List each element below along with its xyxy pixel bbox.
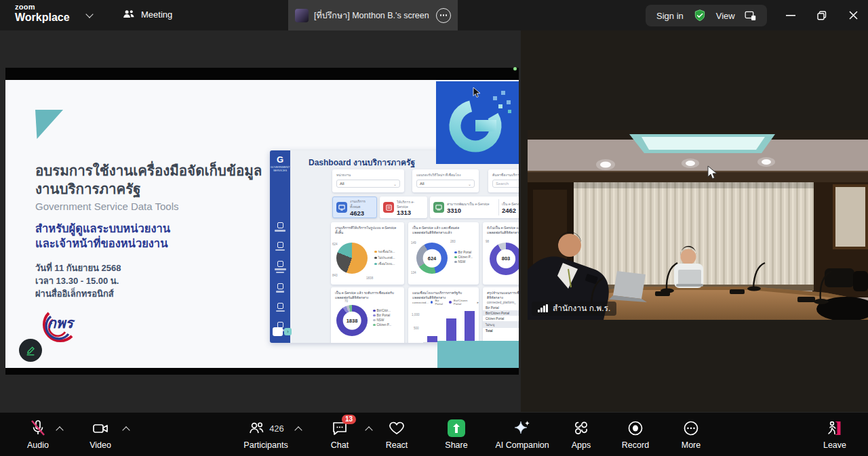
sidebar-user-icon bbox=[273, 327, 283, 336]
window-close-button[interactable] bbox=[841, 0, 865, 30]
chat-unread-badge: 13 bbox=[342, 415, 356, 424]
donut-chart: 803 bbox=[490, 243, 519, 275]
donut-legend: Biz/Citiz... Biz Portal NSW Citizen P... bbox=[373, 308, 391, 327]
restore-icon bbox=[817, 11, 827, 20]
title-bar: zoom Workplace Meeting [ที่ปรึกษา] Month… bbox=[0, 0, 868, 30]
pie-legend: รอเชื่อมโย... ไม่ประสงค์... เชื่อมโยงแ..… bbox=[374, 248, 395, 266]
video-button[interactable]: Video bbox=[73, 419, 127, 450]
presentation-slide: อบรมการใช้งานเครื่องมือจัดเก็บข้อมูล งาน… bbox=[5, 80, 519, 368]
view-button[interactable]: View bbox=[716, 11, 735, 21]
security-shield-icon[interactable] bbox=[693, 9, 707, 22]
record-button[interactable]: Record bbox=[608, 419, 663, 450]
stat-wide-card: สามารถพัฒนาเป็น e-Service3310 เป็น e-Ser… bbox=[430, 196, 519, 218]
dashboard-sidebar-logo: G bbox=[270, 154, 290, 165]
video-tile-meeting-room[interactable]: สำนักงาน ก.พ.ร. bbox=[528, 130, 868, 320]
dashboard-screenshot: G GOVERNMENT SERVICES › Dashboard งานบริ… bbox=[270, 150, 519, 343]
tab-meeting[interactable]: Meeting bbox=[122, 7, 172, 21]
record-icon bbox=[627, 419, 644, 437]
opdc-logo: กพร bbox=[31, 306, 81, 347]
annotation-pencil-badge[interactable] bbox=[19, 339, 42, 362]
chart-card-pie: งานบริการที่ให้บริการในรูปแบบ e-Service … bbox=[331, 222, 404, 285]
screen-share-avatar bbox=[295, 9, 309, 22]
donut-legend: Biz Portal Citizen P... NSW bbox=[454, 249, 473, 264]
sidebar-menu-item bbox=[270, 261, 290, 273]
window-minimize-button[interactable] bbox=[778, 0, 803, 30]
bar bbox=[465, 311, 475, 342]
bar bbox=[446, 318, 456, 342]
dashboard-filter-plan: แผนรองรับวิถีใหม่ฯ ที่เชื่อมโยง All⌄ bbox=[412, 169, 479, 192]
tab-shared-screen[interactable]: [ที่ปรึกษา] Monthon B.'s screen bbox=[288, 0, 458, 30]
screen-tab-label: [ที่ปรึกษา] Monthon B.'s screen bbox=[314, 9, 429, 22]
microphone-muted-icon bbox=[30, 419, 46, 437]
shared-screen-region: อบรมการใช้งานเครื่องมือจัดเก็บข้อมูล งาน… bbox=[0, 30, 521, 412]
sign-in-button[interactable]: Sign in bbox=[656, 11, 684, 21]
sidebar-menu-item bbox=[270, 283, 290, 293]
svg-text:กพร: กพร bbox=[47, 315, 76, 331]
slide-audience: สำหรับผู้ดูแลระบบหน่วยงาน และเจ้าหน้าที่… bbox=[35, 221, 170, 251]
close-icon bbox=[849, 11, 858, 20]
donut-chart: 624 bbox=[416, 243, 448, 274]
share-button[interactable]: Share bbox=[429, 419, 484, 450]
table-row: Total bbox=[483, 328, 519, 333]
pencil-icon bbox=[24, 344, 37, 356]
dashboard-filter-search: ค้นหาชื่องานบริการ Search bbox=[488, 169, 519, 192]
dashboard-header: Dashboard งานบริการภาครัฐ bbox=[309, 156, 415, 169]
zoom-logo-text: zoom bbox=[15, 3, 70, 11]
sidebar-menu-item bbox=[270, 222, 290, 232]
apps-button[interactable]: Apps bbox=[554, 419, 608, 450]
sidebar-menu-item bbox=[270, 303, 290, 312]
devices-icon bbox=[433, 202, 444, 213]
slide-subtitle: Government Service Data Tools bbox=[35, 201, 179, 212]
table-row: Citizen Portal bbox=[483, 316, 519, 321]
slide-title: อบรมการใช้งานเครื่องมือจัดเก็บข้อมูล งาน… bbox=[35, 161, 279, 198]
chart-card-donut-1838: เป็น e-Service แล้ว ระดับการเชื่อมต่อกับ… bbox=[331, 287, 404, 343]
audio-button[interactable]: Audio bbox=[11, 419, 65, 450]
minimize-icon bbox=[786, 15, 795, 16]
meeting-toolbar: Audio Video 426 Participants bbox=[0, 412, 868, 456]
meeting-people-icon bbox=[122, 7, 136, 21]
slide-accent-triangle bbox=[35, 110, 63, 139]
react-button[interactable]: React bbox=[370, 419, 424, 450]
apps-icon bbox=[572, 419, 590, 437]
pie-chart bbox=[336, 243, 368, 274]
bar bbox=[427, 336, 437, 342]
account-cluster: Sign in View bbox=[646, 5, 767, 26]
dashboard-filter-agency: หน่วยงาน All⌄ bbox=[332, 169, 404, 192]
bar-plot bbox=[423, 305, 475, 343]
chart-card-bar: แผนเชื่อมโยงงานบริการภาครัฐกับแพลตฟอร์มด… bbox=[408, 287, 479, 343]
tab-more-options-icon[interactable] bbox=[436, 8, 451, 23]
leave-button[interactable]: Leave bbox=[808, 419, 862, 450]
stat-total-services: งานบริการทั้งหมด4623 bbox=[332, 196, 377, 218]
chart-card-donut-624: เป็น e-Service แล้ว และเชื่อมต่อแพลตฟอร์… bbox=[408, 222, 479, 285]
sidebar-collapse-icon: › bbox=[284, 328, 292, 335]
zoom-workplace-logo: zoom Workplace bbox=[15, 3, 70, 23]
chat-button[interactable]: 13 Chat bbox=[313, 419, 367, 450]
status-dot bbox=[513, 67, 517, 70]
table-row: Biz Portal bbox=[483, 305, 519, 310]
form-icon bbox=[383, 202, 394, 213]
participants-button[interactable]: 426 Participants bbox=[235, 419, 297, 450]
slide-teal-band bbox=[437, 341, 519, 368]
table-row: ไม่ระบุ bbox=[483, 321, 519, 328]
sidebar-menu-item bbox=[270, 242, 290, 251]
monitor-icon bbox=[336, 202, 347, 213]
participants-count: 426 bbox=[269, 423, 284, 434]
government-g-logo bbox=[436, 81, 519, 164]
participant-name-label: สำนักงาน ก.พ.ร. bbox=[532, 302, 616, 316]
meeting-room-scene bbox=[528, 130, 868, 320]
leave-door-icon bbox=[826, 419, 844, 437]
share-screen-icon bbox=[448, 419, 465, 437]
workspace-chevron-down-icon[interactable] bbox=[85, 10, 93, 18]
audio-level-icon bbox=[538, 304, 549, 312]
more-button[interactable]: More bbox=[664, 419, 718, 450]
slide-schedule: วันที่ 11 กันยายน 2568 เวลา 13.30 - 15.0… bbox=[35, 262, 121, 300]
heart-icon bbox=[388, 419, 406, 437]
dashboard-sidebar: G GOVERNMENT SERVICES › bbox=[270, 150, 290, 343]
chart-card-donut-803: ยังไม่เป็น e-Service และยังไม่เชื่อมต่อแ… bbox=[483, 222, 519, 285]
stat-eservice: ให้บริการ e-Service1313 bbox=[380, 196, 427, 218]
ai-companion-button[interactable]: AI Companion bbox=[487, 419, 557, 450]
window-restore-button[interactable] bbox=[810, 0, 834, 30]
more-ellipsis-icon bbox=[682, 419, 700, 437]
ai-sparkle-icon bbox=[513, 419, 532, 437]
view-layout-icon bbox=[745, 11, 756, 21]
